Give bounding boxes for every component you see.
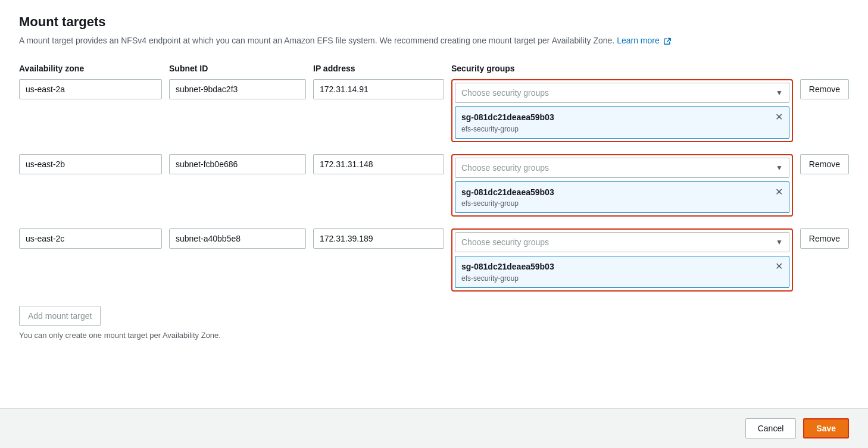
ip-address-input-3[interactable] bbox=[313, 228, 444, 249]
page-description: A mount target provides an NFSv4 endpoin… bbox=[19, 35, 849, 47]
cancel-button[interactable]: Cancel bbox=[745, 418, 797, 438]
dropdown-placeholder-3: Choose security groups bbox=[461, 237, 772, 247]
remove-row-button-3[interactable]: Remove bbox=[800, 228, 849, 249]
security-group-tag-1: sg-081dc21deaea59b03 efs-security-group … bbox=[455, 106, 789, 139]
security-group-dropdown-3[interactable]: Choose security groups ▼ bbox=[455, 232, 789, 252]
remove-row-button-1[interactable]: Remove bbox=[800, 79, 849, 99]
security-group-id-3: sg-081dc21deaea59b03 bbox=[461, 261, 772, 273]
availability-zone-input-2[interactable] bbox=[19, 154, 162, 174]
remove-tag-button-1[interactable]: ✕ bbox=[772, 112, 783, 122]
security-groups-section-1: Choose security groups ▼ sg-081dc21deaea… bbox=[451, 79, 793, 142]
hint-text: You can only create one mount target per… bbox=[19, 331, 849, 340]
security-groups-section-3: Choose security groups ▼ sg-081dc21deaea… bbox=[451, 228, 793, 292]
security-group-tag-3: sg-081dc21deaea59b03 efs-security-group … bbox=[455, 256, 789, 288]
subnet-id-input-2[interactable] bbox=[169, 154, 306, 174]
ip-address-input-1[interactable] bbox=[313, 79, 444, 99]
remove-tag-button-3[interactable]: ✕ bbox=[772, 262, 783, 271]
col-ip-address: IP address bbox=[313, 64, 444, 73]
dropdown-arrow-icon-2: ▼ bbox=[776, 164, 783, 172]
security-group-name-2: efs-security-group bbox=[461, 199, 772, 208]
security-group-id-1: sg-081dc21deaea59b03 bbox=[461, 112, 772, 124]
subnet-id-input-1[interactable] bbox=[169, 79, 306, 99]
col-subnet-id: Subnet ID bbox=[169, 64, 306, 73]
external-link-icon bbox=[664, 37, 671, 45]
security-group-id-2: sg-081dc21deaea59b03 bbox=[461, 187, 772, 199]
page-title: Mount targets bbox=[19, 14, 849, 30]
table-headers: Availability zone Subnet ID IP address S… bbox=[19, 64, 849, 73]
dropdown-arrow-icon-1: ▼ bbox=[776, 89, 783, 97]
security-group-dropdown-2[interactable]: Choose security groups ▼ bbox=[455, 158, 789, 178]
dropdown-arrow-icon-3: ▼ bbox=[776, 238, 783, 246]
col-security-groups: Security groups bbox=[451, 64, 849, 73]
subnet-id-input-3[interactable] bbox=[169, 228, 306, 249]
security-group-tag-2: sg-081dc21deaea59b03 efs-security-group … bbox=[455, 181, 789, 214]
security-group-name-1: efs-security-group bbox=[461, 125, 772, 133]
availability-zone-input-1[interactable] bbox=[19, 79, 162, 99]
footer: Cancel Save bbox=[0, 408, 868, 448]
availability-zone-input-3[interactable] bbox=[19, 228, 162, 249]
dropdown-placeholder-1: Choose security groups bbox=[461, 88, 772, 98]
security-groups-section-2: Choose security groups ▼ sg-081dc21deaea… bbox=[451, 154, 793, 217]
dropdown-placeholder-2: Choose security groups bbox=[461, 163, 772, 173]
table-row: Choose security groups ▼ sg-081dc21deaea… bbox=[19, 154, 849, 217]
remove-tag-button-2[interactable]: ✕ bbox=[772, 187, 783, 197]
table-row: Choose security groups ▼ sg-081dc21deaea… bbox=[19, 228, 849, 292]
learn-more-link[interactable]: Learn more bbox=[617, 36, 670, 45]
remove-row-button-2[interactable]: Remove bbox=[800, 154, 849, 174]
security-group-dropdown-1[interactable]: Choose security groups ▼ bbox=[455, 83, 789, 103]
table-row: Choose security groups ▼ sg-081dc21deaea… bbox=[19, 79, 849, 142]
col-availability-zone: Availability zone bbox=[19, 64, 162, 73]
ip-address-input-2[interactable] bbox=[313, 154, 444, 174]
save-button[interactable]: Save bbox=[803, 418, 849, 438]
security-group-name-3: efs-security-group bbox=[461, 274, 772, 283]
add-mount-target-button[interactable]: Add mount target bbox=[19, 306, 101, 326]
